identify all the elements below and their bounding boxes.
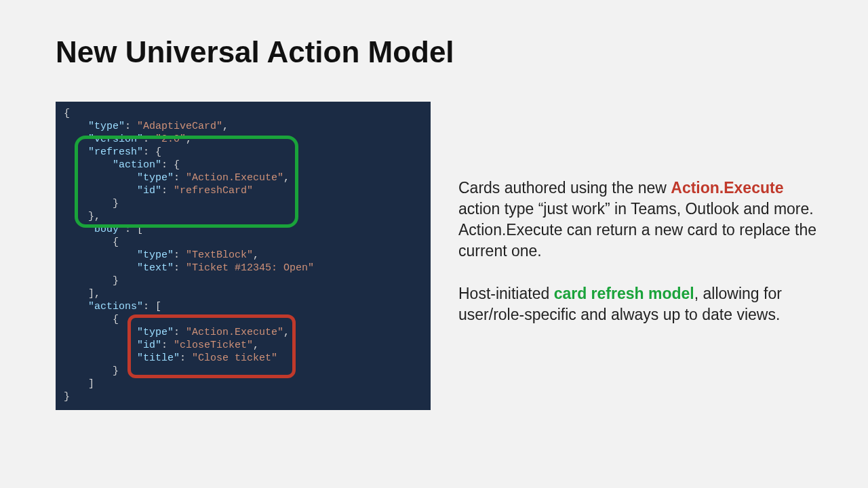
code-token: , bbox=[253, 249, 259, 261]
code-token: , bbox=[222, 121, 229, 132]
code-token bbox=[64, 146, 88, 158]
code-token: ] bbox=[64, 378, 94, 390]
code-token: : [ bbox=[143, 301, 161, 312]
code-token: "text" bbox=[137, 262, 174, 274]
emph-action-execute: Action.Execute bbox=[671, 179, 783, 197]
code-token: "action" bbox=[113, 159, 161, 171]
code-token: } bbox=[64, 391, 70, 403]
code-token: , bbox=[283, 327, 290, 338]
emph-card-refresh-model: card refresh model bbox=[554, 285, 694, 302]
code-token: "2.0" bbox=[155, 134, 186, 145]
code-token: : bbox=[174, 262, 186, 274]
code-token: "closeTicket" bbox=[174, 340, 253, 351]
code-token: "id" bbox=[137, 340, 161, 351]
slide: New Universal Action Model { "type": "Ad… bbox=[0, 0, 868, 488]
code-token bbox=[64, 249, 137, 261]
code-token: "Ticket #12345: Open" bbox=[186, 262, 314, 274]
code-token: "TextBlock" bbox=[186, 249, 253, 261]
code-panel: { "type": "AdaptiveCard", "version": "2.… bbox=[56, 102, 431, 410]
code-token bbox=[64, 224, 88, 235]
code-token: : { bbox=[161, 159, 180, 171]
code-token bbox=[64, 134, 88, 145]
code-token: { bbox=[64, 108, 70, 119]
code-token: : bbox=[180, 352, 192, 364]
code-token: "type" bbox=[88, 121, 125, 132]
code-token: } bbox=[64, 365, 119, 377]
code-token: "version" bbox=[88, 134, 143, 145]
code-token: : bbox=[174, 327, 186, 338]
code-token bbox=[64, 159, 113, 171]
code-token: } bbox=[64, 198, 119, 209]
code-token: "body" bbox=[88, 224, 125, 235]
code-token: { bbox=[64, 237, 119, 248]
code-token: "Action.Execute" bbox=[186, 327, 283, 338]
code-token: "id" bbox=[137, 185, 161, 197]
code-token: : bbox=[161, 340, 174, 351]
code-token: : bbox=[143, 134, 155, 145]
code-token: "type" bbox=[137, 172, 174, 184]
code-token bbox=[64, 352, 137, 364]
code-token bbox=[64, 340, 137, 351]
code-token: } bbox=[64, 275, 119, 287]
code-token: ], bbox=[64, 288, 100, 300]
description-text: Cards authored using the new Action.Exec… bbox=[458, 178, 818, 347]
code-token: "Close ticket" bbox=[192, 352, 277, 364]
code-token: , bbox=[283, 172, 290, 184]
code-token bbox=[64, 327, 137, 338]
code-token: "type" bbox=[137, 327, 174, 338]
code-token: "refresh" bbox=[88, 146, 143, 158]
code-token: "Action.Execute" bbox=[186, 172, 283, 184]
code-token bbox=[64, 121, 88, 132]
code-token: { bbox=[64, 314, 119, 325]
paragraph-1: Cards authored using the new Action.Exec… bbox=[458, 178, 818, 262]
code-token: : bbox=[174, 172, 186, 184]
code-token: "title" bbox=[137, 352, 180, 364]
text-span: Host-initiated bbox=[458, 285, 554, 302]
code-token bbox=[64, 185, 137, 197]
code-token: : bbox=[125, 121, 137, 132]
code-token: , bbox=[186, 134, 192, 145]
code-token: "AdaptiveCard" bbox=[137, 121, 222, 132]
code-token: , bbox=[253, 340, 259, 351]
code-token: "refreshCard" bbox=[174, 185, 253, 197]
code-token: : { bbox=[143, 146, 161, 158]
code-token: }, bbox=[64, 211, 100, 222]
code-token: : bbox=[161, 185, 174, 197]
code-token: "type" bbox=[137, 249, 174, 261]
code-token bbox=[64, 262, 137, 274]
text-span: Cards authored using the new bbox=[458, 179, 671, 197]
code-token bbox=[64, 301, 88, 312]
slide-title: New Universal Action Model bbox=[56, 35, 454, 69]
paragraph-2: Host-initiated card refresh model, allow… bbox=[458, 283, 818, 325]
code-token: "actions" bbox=[88, 301, 143, 312]
code-token bbox=[64, 172, 137, 184]
code-token: : [ bbox=[125, 224, 143, 235]
code-token: : bbox=[174, 249, 186, 261]
text-span: action type “just work” in Teams, Outloo… bbox=[458, 200, 816, 260]
